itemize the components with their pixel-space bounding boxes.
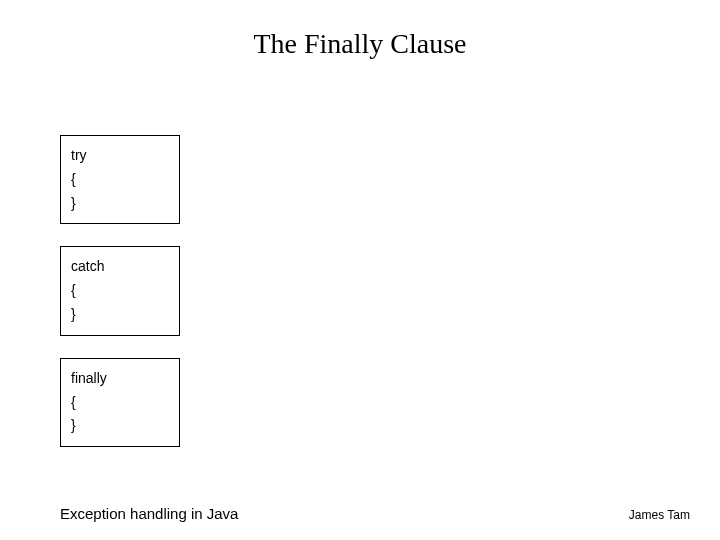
- finally-block: finally { }: [60, 358, 180, 447]
- try-keyword: try: [71, 144, 169, 168]
- catch-keyword: catch: [71, 255, 169, 279]
- open-brace: {: [71, 279, 169, 303]
- open-brace: {: [71, 168, 169, 192]
- catch-block: catch { }: [60, 246, 180, 335]
- footer-left: Exception handling in Java: [60, 505, 238, 522]
- footer-right: James Tam: [629, 508, 690, 522]
- finally-keyword: finally: [71, 367, 169, 391]
- close-brace: }: [71, 192, 169, 216]
- code-blocks-container: try { } catch { } finally { }: [60, 135, 180, 469]
- close-brace: }: [71, 303, 169, 327]
- close-brace: }: [71, 414, 169, 438]
- slide-title: The Finally Clause: [0, 0, 720, 70]
- open-brace: {: [71, 391, 169, 415]
- try-block: try { }: [60, 135, 180, 224]
